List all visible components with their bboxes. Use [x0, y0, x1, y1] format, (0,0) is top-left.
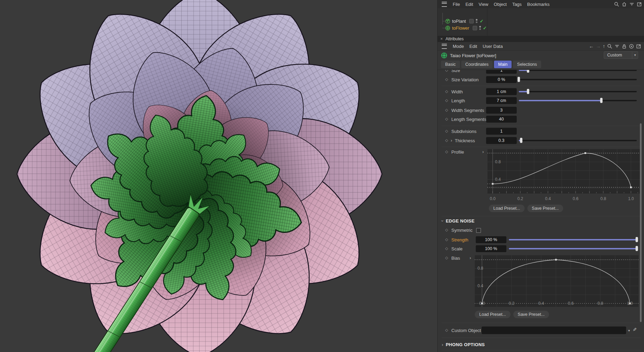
slider-knob[interactable]	[527, 70, 529, 73]
slider-knob[interactable]	[636, 237, 638, 242]
param-slider[interactable]	[519, 70, 637, 71]
param-value-field[interactable]: 3	[486, 107, 517, 114]
filter-icon[interactable]	[629, 2, 634, 7]
attributes-panel-header: × Attributes	[438, 36, 644, 42]
svg-text:0.8: 0.8	[495, 159, 501, 164]
attr-menu-mode[interactable]: Mode	[450, 44, 467, 49]
load-preset-button[interactable]: Load Preset...	[475, 311, 511, 318]
diamond-icon: ◇	[445, 149, 448, 154]
divider	[442, 350, 641, 350]
object-title: Taiao Flower [toFlower]	[450, 53, 496, 58]
layer-badge[interactable]	[469, 19, 474, 23]
param-slider[interactable]	[519, 140, 637, 141]
param-row-custom-object: ◇ Custom Object ▾ ✎	[438, 327, 644, 334]
profile-curve-editor[interactable]: 0.80.40.00.20.40.60.81.0	[487, 149, 640, 201]
target-icon[interactable]	[629, 44, 634, 49]
edge-noise-section-header[interactable]: › EDGE NOISE	[442, 217, 475, 224]
param-value-field[interactable]: 1 cm	[486, 88, 517, 95]
parameter-scroll-area[interactable]: ◇ Size 1 ◇ Size Variation 0 % ◇ Width 1 …	[438, 70, 644, 352]
param-value-field[interactable]: 40	[486, 116, 517, 123]
chevron-down-icon[interactable]: ▾	[632, 52, 638, 59]
enabled-check-icon[interactable]: ✓	[483, 25, 487, 31]
param-value-field[interactable]: 7 cm	[486, 97, 517, 104]
chevron-right-icon[interactable]: ›	[451, 138, 452, 143]
object-label[interactable]: toPlant	[452, 19, 466, 24]
tab-selections[interactable]: Selections	[513, 61, 541, 68]
param-value-field[interactable]: 1	[486, 128, 517, 135]
divider	[442, 338, 641, 338]
back-arrow-icon[interactable]: ←	[589, 43, 594, 49]
object-title-row: Taiao Flower [toFlower] Custom ▾	[438, 50, 644, 61]
visibility-dots[interactable]	[476, 19, 477, 23]
chevron-right-icon[interactable]: ›	[470, 255, 471, 260]
param-value-field[interactable]: 0.3	[486, 137, 517, 144]
param-slider[interactable]	[519, 91, 637, 92]
attr-menu-userdata[interactable]: User Data	[480, 44, 506, 49]
svg-text:0.4: 0.4	[495, 177, 501, 182]
param-row-strength: ◇ Strength 100 %	[438, 236, 644, 244]
svg-text:0.6: 0.6	[573, 196, 579, 201]
symmetric-checkbox[interactable]	[476, 228, 481, 233]
hamburger-menu-icon[interactable]	[442, 2, 447, 7]
bias-curve-widget[interactable]: 0.80.40.00.20.40.60.81.0	[475, 255, 638, 308]
chevron-right-icon[interactable]: ›	[482, 149, 484, 154]
home-icon[interactable]	[622, 2, 627, 7]
object-label[interactable]: toFlower	[452, 25, 469, 31]
preset-dropdown[interactable]: Custom ▾	[604, 51, 638, 59]
tab-main[interactable]: Main	[494, 61, 512, 68]
param-value-field[interactable]: 0 %	[486, 76, 517, 83]
visibility-dots[interactable]	[479, 26, 481, 30]
menu-object[interactable]: Object	[491, 2, 509, 7]
menu-view[interactable]: View	[476, 2, 491, 7]
up-arrow-icon[interactable]: ↑	[603, 43, 605, 49]
tab-basic[interactable]: Basic	[441, 61, 460, 68]
svg-text:0.6: 0.6	[568, 301, 574, 306]
vertical-scrollbar[interactable]	[640, 123, 642, 322]
param-value-field[interactable]: 1	[486, 70, 517, 74]
param-value-field[interactable]: 100 %	[476, 236, 506, 243]
menu-edit[interactable]: Edit	[463, 2, 476, 7]
slider-knob[interactable]	[527, 89, 529, 94]
param-slider[interactable]	[519, 79, 637, 80]
param-slider[interactable]	[509, 248, 637, 249]
load-preset-button[interactable]: Load Preset...	[489, 205, 525, 212]
search-icon[interactable]	[607, 44, 612, 49]
lock-icon[interactable]	[622, 44, 627, 49]
object-row-toflower[interactable]: toFlower ✓	[438, 24, 487, 31]
profile-curve-widget[interactable]: 0.80.40.00.20.40.60.81.0	[487, 149, 640, 203]
pop-out-icon[interactable]	[637, 2, 642, 7]
save-preset-button[interactable]: Save Preset...	[513, 311, 549, 318]
param-slider[interactable]	[509, 239, 637, 240]
chevron-down-icon[interactable]: ▾	[628, 329, 630, 332]
menu-bookmarks[interactable]: Bookmarks	[524, 2, 552, 7]
custom-object-input[interactable]	[482, 327, 626, 334]
forward-arrow-icon[interactable]: →	[596, 43, 601, 49]
menu-file[interactable]: File	[450, 2, 463, 7]
attr-menu-edit[interactable]: Edit	[467, 44, 480, 49]
phong-options-section-header[interactable]: › PHONG OPTIONS	[442, 341, 485, 348]
param-value-field[interactable]: 100 %	[476, 245, 506, 252]
preset-dropdown-value: Custom	[604, 53, 632, 58]
bias-curve-editor[interactable]: 0.80.40.00.20.40.60.81.0	[475, 255, 638, 307]
tab-coordinates[interactable]: Coordinates	[461, 61, 493, 68]
hamburger-menu-icon[interactable]	[442, 44, 447, 49]
enabled-check-icon[interactable]: ✓	[480, 19, 483, 24]
filter-icon[interactable]	[614, 44, 620, 49]
object-row-toplant[interactable]: toPlant ✓	[438, 18, 483, 24]
save-preset-button[interactable]: Save Preset...	[527, 205, 564, 212]
slider-knob[interactable]	[600, 98, 603, 103]
eyedropper-icon[interactable]: ✎	[633, 327, 637, 332]
layer-badge[interactable]	[473, 26, 477, 30]
pop-out-icon[interactable]	[636, 44, 641, 49]
viewport-3d[interactable]	[0, 0, 437, 352]
close-icon[interactable]: ×	[440, 37, 443, 41]
search-icon[interactable]	[614, 2, 619, 7]
chevron-right-icon[interactable]: ›	[442, 342, 443, 347]
chevron-down-icon[interactable]: ›	[440, 220, 445, 222]
slider-knob[interactable]	[636, 246, 638, 251]
menu-tags[interactable]: Tags	[509, 2, 524, 7]
slider-knob[interactable]	[518, 77, 520, 82]
slider-knob[interactable]	[520, 138, 522, 143]
plant-icon	[445, 19, 450, 24]
param-slider[interactable]	[519, 100, 637, 101]
